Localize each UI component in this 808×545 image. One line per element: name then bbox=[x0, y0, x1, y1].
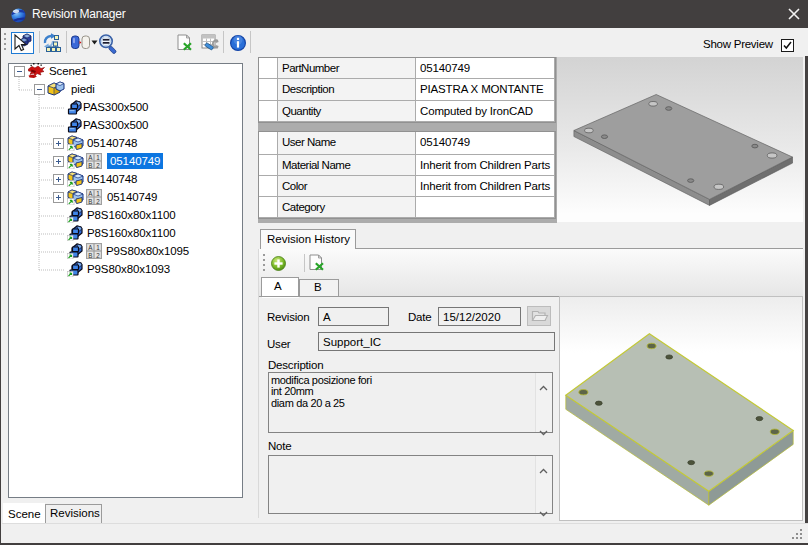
svg-text:B: B bbox=[88, 162, 92, 169]
svg-text:B: B bbox=[88, 252, 92, 259]
svg-text:B: B bbox=[88, 198, 92, 205]
